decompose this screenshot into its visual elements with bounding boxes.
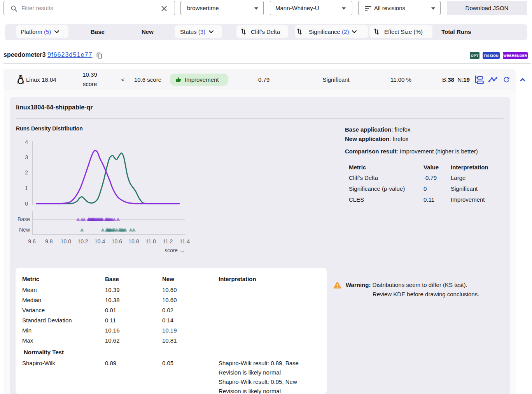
svg-text:10.2: 10.2: [77, 238, 88, 244]
svg-text:10.6: 10.6: [112, 238, 122, 244]
svg-text:10.8: 10.8: [128, 238, 139, 244]
svg-text:9.6: 9.6: [28, 238, 36, 244]
svg-text:4: 4: [25, 139, 28, 145]
svg-text:2: 2: [25, 169, 28, 176]
svg-text:0: 0: [25, 201, 28, 207]
svg-text:11.4: 11.4: [180, 238, 190, 244]
svg-text:3: 3: [25, 154, 28, 160]
svg-text:10.0: 10.0: [61, 238, 71, 244]
svg-text:1: 1: [25, 185, 28, 191]
svg-text:Base: Base: [18, 216, 30, 222]
svg-text:11.0: 11.0: [145, 238, 156, 244]
svg-text:10.4: 10.4: [94, 238, 105, 244]
svg-text:9.8: 9.8: [45, 238, 53, 244]
svg-text:11.2: 11.2: [163, 238, 173, 244]
svg-text:score →: score →: [164, 247, 185, 253]
svg-text:New: New: [19, 227, 30, 233]
